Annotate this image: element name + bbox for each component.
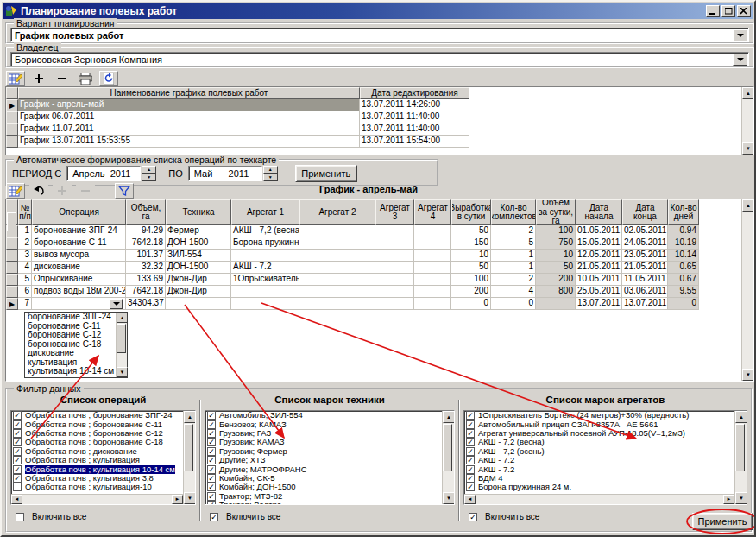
scroll-thumb[interactable] — [7, 212, 16, 231]
main-grid-cell[interactable]: 750 — [536, 237, 576, 250]
close-button[interactable] — [737, 5, 751, 17]
main-grid-cell[interactable]: 23.05.2011 — [622, 250, 668, 262]
main-grid-col-header[interactable]: Дата начала — [576, 199, 622, 225]
checkbox-checked-icon[interactable]: ✓ — [207, 465, 216, 474]
dropdown-item[interactable]: боронование ЗПГ-24 — [25, 313, 116, 322]
main-grid-cell[interactable] — [414, 274, 451, 286]
dropdown-item[interactable]: культивация 10-14 см — [25, 367, 116, 376]
main-grid-cell[interactable]: 0 — [491, 298, 536, 310]
main-grid-cell[interactable] — [299, 298, 375, 310]
main-grid-cell[interactable]: ДОН-1500 — [166, 237, 231, 250]
main-grid-cell[interactable]: Борона пружинная — [231, 237, 299, 250]
main-grid-cell[interactable]: 50 — [451, 225, 491, 237]
include-all-row[interactable]: Включить все — [14, 512, 86, 522]
list-item[interactable]: ✓АКШ - 7.2 — [464, 456, 734, 464]
list-item[interactable]: ✓Обработка почв ; боронование С-18 — [11, 438, 183, 446]
main-grid-col-header[interactable]: Агрегат 1 — [231, 199, 299, 225]
filter-list[interactable]: ✓Обработка почв ; боронование ЗПГ-24✓Обр… — [10, 410, 196, 505]
edit-grid-button[interactable] — [6, 183, 25, 199]
checkbox-checked-icon[interactable]: ✓ — [207, 501, 216, 504]
checkbox-checked-icon[interactable]: ✓ — [207, 429, 216, 438]
checkbox-checked-icon[interactable]: ✓ — [207, 456, 216, 464]
list-item[interactable]: Обработка почв ; культивация-10 — [11, 483, 183, 491]
main-grid-cell[interactable]: 1Опрыскиватель В — [231, 274, 299, 286]
main-grid-cell[interactable] — [231, 286, 299, 298]
schedule-name-cell[interactable]: График 11.07.2011 — [18, 123, 360, 136]
checkbox-checked-icon[interactable]: ✓ — [13, 474, 22, 483]
main-grid-cell[interactable]: 50 — [451, 262, 491, 274]
scroll-up-icon[interactable]: ▲ — [117, 313, 128, 323]
main-grid-cell[interactable]: ДОН-1500 — [166, 262, 231, 274]
main-grid-cell[interactable]: 0.65 — [668, 262, 699, 274]
undo-button[interactable] — [29, 183, 48, 199]
main-grid-cell[interactable]: 4 — [18, 262, 32, 274]
main-grid-cell[interactable]: Опрыскивание — [32, 274, 126, 286]
list-item[interactable]: ✓Грузовик; Фермер — [205, 447, 442, 456]
main-grid-cell[interactable]: 13.07.2011 — [576, 298, 622, 310]
include-all-row[interactable]: ✓Включить все — [208, 512, 280, 522]
checkbox-checked-icon[interactable]: ✓ — [13, 456, 22, 464]
scroll-up-icon[interactable]: ▲ — [742, 199, 754, 212]
main-grid-cell[interactable]: 0.94 — [668, 225, 699, 237]
main-grid-cell[interactable]: 03.06.2011 — [622, 286, 668, 298]
scroll-up-icon[interactable]: ▲ — [184, 411, 196, 423]
refresh-button[interactable] — [99, 71, 118, 86]
table-row[interactable]: График 13.07.2011 15:53:5513.07.2011 15:… — [6, 136, 753, 148]
main-grid-cell[interactable]: 32.32 — [126, 262, 166, 274]
main-grid-cell[interactable]: 1 — [18, 225, 32, 237]
list-item[interactable]: ✓Обработка почв ; культивация 10-14 см — [11, 464, 183, 473]
list-item[interactable]: ✓Комбайн; СК-5 — [205, 474, 442, 483]
auto-apply-button[interactable]: Применить — [295, 165, 357, 182]
period-to-value[interactable]: Май 2011 — [188, 166, 262, 181]
schedule-name-cell[interactable]: График - апрель-май — [18, 99, 360, 111]
scroll-thumb[interactable] — [735, 424, 745, 471]
checkbox-checked-icon[interactable]: ✓ — [210, 513, 218, 521]
main-grid-cell[interactable] — [299, 274, 375, 286]
checkbox-checked-icon[interactable]: ✓ — [13, 411, 22, 420]
checkbox-checked-icon[interactable]: ✓ — [466, 438, 475, 446]
main-grid-cell[interactable] — [414, 286, 451, 298]
main-grid-cell[interactable]: 4 — [491, 286, 536, 298]
scroll-down-icon[interactable]: ▼ — [742, 142, 754, 155]
main-grid-cell[interactable]: 10.14 — [668, 250, 699, 262]
main-grid-cell[interactable] — [32, 298, 126, 310]
main-grid-cell[interactable]: 12.05.2011 — [576, 250, 622, 262]
main-grid-cell[interactable]: 34304.37 — [126, 298, 166, 310]
apply-button[interactable]: Применить — [692, 513, 753, 530]
scroll-up-icon[interactable]: ▲ — [742, 87, 754, 99]
main-grid-cell[interactable] — [166, 298, 231, 310]
schedule-date-cell[interactable]: 13.07.2011 15:54:00 — [360, 136, 469, 148]
main-grid-cell[interactable]: 0 — [668, 298, 699, 310]
checkbox-checked-icon[interactable]: ✓ — [466, 429, 475, 438]
main-grid-cell[interactable] — [375, 225, 414, 237]
checkbox-checked-icon[interactable]: ✓ — [13, 447, 22, 456]
list-item[interactable]: ✓Борона пружинная 24 м. — [464, 483, 734, 491]
scroll-left-icon[interactable]: ◄ — [11, 495, 22, 504]
main-grid-cell[interactable]: Джон-Дир — [166, 274, 231, 286]
main-grid-cell[interactable]: боронование С-11 — [32, 237, 126, 250]
main-grid-col-header[interactable]: Операция — [32, 199, 126, 225]
schedule-name-cell[interactable]: График 06.07.2011 — [18, 111, 360, 123]
period-to-spinedit[interactable]: Май 2011 ▲▼ — [188, 166, 278, 181]
checkbox-checked-icon[interactable]: ✓ — [207, 411, 216, 420]
main-grid-cell[interactable] — [299, 286, 375, 298]
main-grid-cell[interactable]: Джон-Дир — [166, 286, 231, 298]
remove-button[interactable] — [53, 71, 72, 86]
main-grid-cell[interactable]: 01.05.2011 — [576, 225, 622, 237]
checkbox-checked-icon[interactable]: ✓ — [207, 420, 216, 429]
main-grid-cell[interactable]: 15.05.2011 — [576, 237, 622, 250]
table-row[interactable]: 4дискование32.32ДОН-1500АКШ - 7.25015021… — [6, 262, 753, 274]
list-item[interactable]: ✓Обработка почв ; культивация 3,8 — [11, 474, 183, 483]
main-grid-vscroll[interactable]: ▲ ▼ — [741, 199, 753, 381]
main-grid-col-header[interactable]: Агрегат 4 — [414, 199, 451, 225]
list-item[interactable]: ✓БДМ 4 — [464, 474, 734, 483]
main-grid-cell[interactable]: 1 — [491, 262, 536, 274]
main-grid-col-header[interactable]: Кол-во комплектов — [491, 199, 536, 225]
main-grid-cell[interactable]: 150 — [451, 237, 491, 250]
main-grid-cell[interactable]: 0 — [451, 298, 491, 310]
main-grid-cell[interactable]: боронование ЗПГ-24 — [32, 225, 126, 237]
schedule-name-cell[interactable]: График 13.07.2011 15:53:55 — [18, 136, 360, 148]
main-grid-cell[interactable]: 13.07.2011 — [622, 298, 668, 310]
main-grid-cell[interactable]: 2 — [491, 225, 536, 237]
spin-down-icon[interactable]: ▼ — [142, 174, 156, 181]
